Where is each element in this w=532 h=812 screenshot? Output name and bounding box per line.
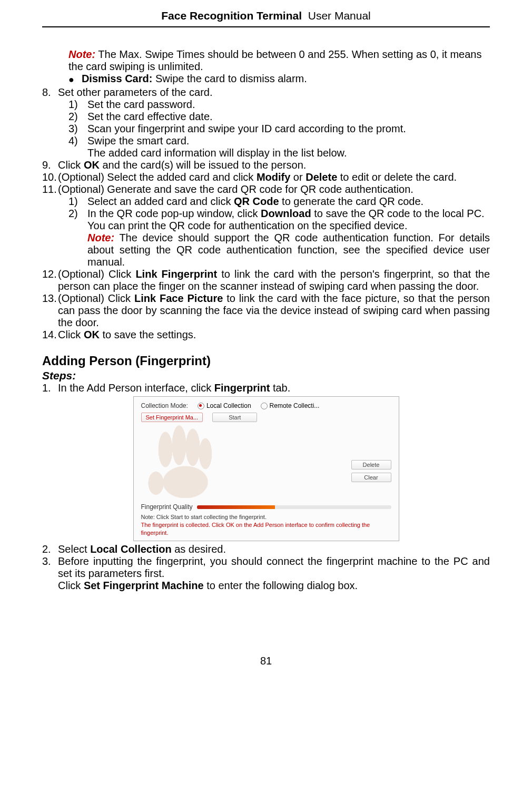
bullet-icon: ● xyxy=(68,73,74,86)
fingerprint-quality-label: Fingerprint Quality xyxy=(141,503,193,511)
radio-remote-collection[interactable]: Remote Collecti... xyxy=(261,402,320,409)
note-text: The Max. Swipe Times should be between 0… xyxy=(68,48,482,72)
step-8-2: 2)Set the card effective date. xyxy=(68,111,490,123)
fp-step-3: 3. Before inputting the fingerprint, you… xyxy=(42,555,490,592)
step-13: 13.(Optional) Click Link Face Picture to… xyxy=(42,292,490,329)
step-11-1: 1)Select an added card and click QR Code… xyxy=(68,195,490,208)
fingerprint-tab-screenshot: Collection Mode: Local Collection Remote… xyxy=(133,396,399,541)
note-label: Note: xyxy=(68,48,95,60)
screenshot-note-2: The fingerprint is collected. Click OK o… xyxy=(141,521,391,536)
fp-step-2: 2.Select Local Collection as desired. xyxy=(42,543,490,555)
step-8-3: 3)Scan your fingerprint and swipe your I… xyxy=(68,123,490,135)
screenshot-note-1: Note: Click Start to start collecting th… xyxy=(141,514,391,520)
delete-button[interactable]: Delete xyxy=(351,460,391,469)
page-number: 81 xyxy=(42,655,490,667)
header-title-right: User Manual xyxy=(308,9,371,22)
hand-illustration xyxy=(141,424,225,498)
step-12: 12.(Optional) Click Link Fingerprint to … xyxy=(42,268,490,292)
radio-local-collection[interactable]: Local Collection xyxy=(198,402,251,409)
note-label-qr: Note: xyxy=(87,232,114,243)
radio-icon xyxy=(261,403,268,409)
collection-mode-label: Collection Mode: xyxy=(141,402,188,409)
dismiss-label: Dismiss Card: xyxy=(82,73,153,84)
fp-step-1: 1.In the Add Person interface, click Fin… xyxy=(42,382,490,394)
dismiss-text: Swipe the card to dismiss alarm. xyxy=(152,73,307,84)
set-fingerprint-machine-button[interactable]: Set Fingerprint Ma... xyxy=(141,413,203,422)
step-8-1: 1)Set the card password. xyxy=(68,99,490,111)
step-8: 8.Set other parameters of the card. xyxy=(42,86,490,99)
heading-adding-person-fingerprint: Adding Person (Fingerprint) xyxy=(42,354,490,368)
page-header: Face Recognition Terminal User Manual xyxy=(42,9,490,27)
step-8-4-follow: The added card information will display … xyxy=(87,147,490,159)
clear-button[interactable]: Clear xyxy=(351,473,391,482)
step-11-2-follow: You can print the QR code for authentica… xyxy=(87,220,490,232)
step-11: 11.(Optional) Generate and save the card… xyxy=(42,183,490,195)
radio-icon xyxy=(198,403,204,409)
step-8-4: 4)Swipe the smart card. xyxy=(68,135,490,147)
steps-label: Steps: xyxy=(42,369,490,382)
step-11-2: 2)In the QR code pop-up window, click Do… xyxy=(68,208,490,220)
step-10: 10.(Optional) Select the added card and … xyxy=(42,171,490,183)
fingerprint-quality-bar xyxy=(197,505,391,509)
start-button[interactable]: Start xyxy=(212,413,257,422)
header-title-left: Face Recognition Terminal xyxy=(161,9,302,22)
note-max-swipe: Note: The Max. Swipe Times should be bet… xyxy=(68,48,490,73)
step-14: 14.Click OK to save the settings. xyxy=(42,329,490,341)
dismiss-card-bullet: ● Dismiss Card: Swipe the card to dismis… xyxy=(68,73,490,86)
step-11-note: Note: The device should support the QR c… xyxy=(87,232,490,268)
step-9: 9.Click OK and the card(s) will be issue… xyxy=(42,159,490,171)
